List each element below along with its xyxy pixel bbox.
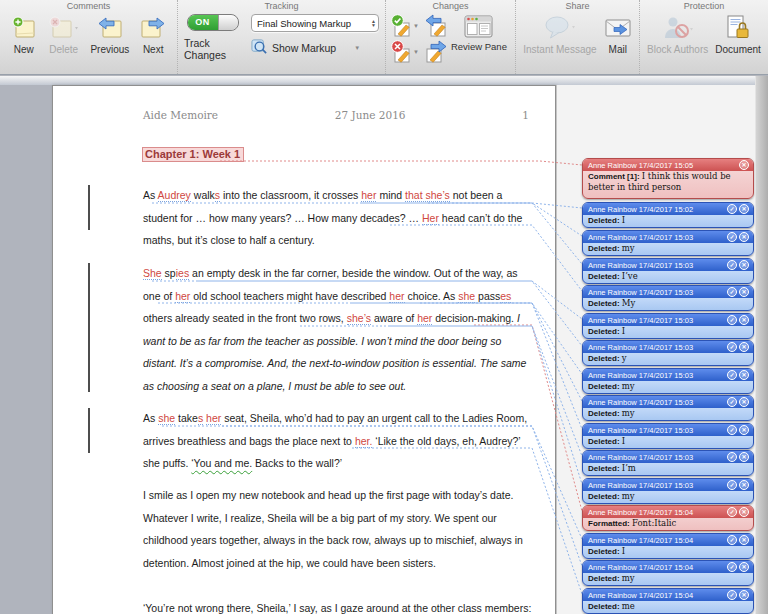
delete-comment-button[interactable]: Delete: [48, 14, 80, 55]
bubble-change-type: Deleted:: [588, 602, 622, 611]
paragraph[interactable]: As Audrey walks into the classroom, it c…: [143, 184, 535, 252]
change-bubble[interactable]: Anne Rainbow 17/4/2017 15:03✓✕Deleted: M…: [582, 285, 754, 311]
accept-icon[interactable]: ✓: [727, 397, 737, 407]
change-bubble[interactable]: Anne Rainbow 17/4/2017 15:02✓✕Deleted: I: [582, 202, 754, 228]
new-comment-label: New: [14, 44, 34, 55]
close-icon[interactable]: ✕: [739, 342, 749, 352]
accept-icon[interactable]: ✓: [727, 204, 737, 214]
bubble-change-type: Deleted:: [588, 354, 622, 363]
text-run: ‘You’re not wrong there, Sheila,’ I say,…: [143, 602, 531, 614]
reject-change-button[interactable]: ▼: [390, 40, 419, 64]
accept-icon[interactable]: ✓: [727, 260, 737, 270]
change-bubble[interactable]: Anne Rainbow 17/4/2017 15:04✓✕Deleted: m…: [582, 560, 754, 586]
ribbon-group-changes: Changes ▼ ▼ Review Pa: [386, 0, 516, 74]
next-comment-button[interactable]: Next: [140, 14, 166, 55]
text-run: sp: [162, 267, 176, 279]
accept-icon[interactable]: ✓: [727, 480, 737, 490]
previous-comment-button[interactable]: Previous: [90, 14, 129, 55]
accept-icon[interactable]: ✓: [727, 370, 737, 380]
accept-icon[interactable]: ✓: [727, 342, 737, 352]
accept-change-button[interactable]: ▼: [390, 14, 419, 38]
close-icon[interactable]: ✕: [739, 204, 749, 214]
new-comment-icon: [11, 14, 37, 42]
toggle-knob: [218, 15, 238, 30]
accept-icon[interactable]: ✓: [727, 315, 737, 325]
text-run: mind: [376, 189, 405, 201]
group-label-changes: Changes: [386, 1, 515, 11]
change-bubble[interactable]: Anne Rainbow 17/4/2017 15:03✓✕Deleted: m…: [582, 230, 754, 256]
change-bubble[interactable]: Anne Rainbow 17/4/2017 15:03✓✕Deleted: m…: [582, 368, 754, 394]
close-icon[interactable]: ✕: [739, 397, 749, 407]
close-icon[interactable]: ✕: [739, 232, 749, 242]
track-changes-toggle[interactable]: ON: [187, 14, 239, 31]
close-icon[interactable]: ✕: [739, 535, 749, 545]
comment-bubble[interactable]: Anne Rainbow 17/4/2017 15:05✕Comment [1]…: [582, 158, 754, 199]
change-bubble[interactable]: Anne Rainbow 17/4/2017 15:04✓✕Deleted: I: [582, 533, 754, 559]
tracked-insertion: her: [206, 412, 221, 425]
change-bubble[interactable]: Anne Rainbow 17/4/2017 15:03✓✕Deleted: y: [582, 340, 754, 366]
reject-caret-icon: ▼: [413, 49, 419, 55]
close-icon[interactable]: ✕: [739, 287, 749, 297]
mail-button[interactable]: Mail: [604, 14, 632, 55]
bubble-change-type: Deleted:: [588, 327, 622, 336]
accept-icon[interactable]: ✓: [727, 590, 737, 600]
bubble-author-timestamp: Anne Rainbow 17/4/2017 15:04: [588, 591, 693, 600]
close-icon[interactable]: ✕: [739, 480, 749, 490]
show-markup-button[interactable]: Show Markup ▼: [251, 38, 360, 57]
delete-comment-label: Delete: [49, 44, 78, 55]
stepper-icon: ▲▼: [371, 19, 376, 27]
bubble-author-timestamp: Anne Rainbow 17/4/2017 15:03: [588, 261, 693, 270]
accept-icon[interactable]: ✓: [727, 535, 737, 545]
group-label-comments: Comments: [0, 1, 177, 11]
paragraph[interactable]: She spies an empty desk in the far corne…: [143, 262, 535, 398]
block-authors-button[interactable]: Block Authors: [647, 14, 708, 55]
chapter-heading[interactable]: Chapter 1: Week 1: [142, 147, 244, 162]
bubble-change-type: Formatted:: [588, 519, 632, 528]
bubble-change-text: I’ve: [622, 271, 638, 281]
paragraph[interactable]: ‘You’re not wrong there, Sheila,’ I say,…: [143, 597, 535, 614]
bubble-change-text: my: [622, 381, 635, 391]
paragraph[interactable]: As she takes her seat, Sheila, who’d had…: [143, 407, 535, 475]
document-view: Aide Memoire 27 June 2016 1 Chapter 1: W…: [0, 85, 768, 614]
change-bubble[interactable]: Anne Rainbow 17/4/2017 15:03✓✕Deleted: m…: [582, 478, 754, 504]
change-bubble[interactable]: Anne Rainbow 17/4/2017 15:04✓✕Deleted: m…: [582, 588, 754, 614]
close-icon[interactable]: ✕: [739, 370, 749, 380]
close-icon[interactable]: ✕: [739, 590, 749, 600]
change-bubble[interactable]: Anne Rainbow 17/4/2017 15:03✓✕Deleted: I: [582, 423, 754, 449]
close-icon[interactable]: ✕: [739, 562, 749, 572]
vertical-scrollbar[interactable]: [755, 76, 768, 614]
bubble-change-type: Deleted:: [588, 574, 622, 583]
text-run: decision-making.: [432, 312, 517, 324]
close-icon[interactable]: ✕: [739, 507, 749, 517]
next-comment-icon: [140, 14, 166, 42]
accept-icon[interactable]: ✓: [727, 452, 737, 462]
accept-icon[interactable]: ✓: [727, 232, 737, 242]
instant-message-button[interactable]: Instant Message: [523, 14, 596, 55]
tracked-insertion: she: [158, 412, 175, 425]
change-bubble[interactable]: Anne Rainbow 17/4/2017 15:03✓✕Deleted: I…: [582, 258, 754, 284]
close-icon[interactable]: ✕: [739, 315, 749, 325]
protect-document-button[interactable]: Document: [715, 14, 761, 55]
change-bubble[interactable]: Anne Rainbow 17/4/2017 15:04✓✕Formatted:…: [582, 505, 754, 531]
change-bubble[interactable]: Anne Rainbow 17/4/2017 15:03✓✕Deleted: m…: [582, 395, 754, 421]
accept-icon[interactable]: ✓: [727, 287, 737, 297]
paragraph[interactable]: I smile as I open my new notebook and he…: [143, 484, 535, 574]
bubble-change-text: I’m: [622, 463, 636, 473]
close-icon[interactable]: ✕: [739, 452, 749, 462]
previous-change-button[interactable]: [425, 14, 447, 38]
close-icon[interactable]: ✕: [739, 160, 749, 170]
new-comment-button[interactable]: New: [11, 14, 37, 55]
change-bubble[interactable]: Anne Rainbow 17/4/2017 15:03✓✕Deleted: I: [582, 313, 754, 339]
instant-message-icon: [544, 14, 576, 42]
accept-icon[interactable]: ✓: [727, 562, 737, 572]
show-markup-label: Show Markup: [272, 42, 336, 54]
accept-icon[interactable]: ✓: [727, 507, 737, 517]
change-bubble[interactable]: Anne Rainbow 17/4/2017 15:03✓✕Deleted: I…: [582, 450, 754, 476]
next-change-button[interactable]: [425, 40, 447, 64]
toggle-on-label: ON: [188, 15, 218, 30]
markup-view-dropdown[interactable]: Final Showing Markup ▲▼: [251, 14, 379, 32]
close-icon[interactable]: ✕: [739, 260, 749, 270]
accept-icon[interactable]: ✓: [727, 425, 737, 435]
close-icon[interactable]: ✕: [739, 425, 749, 435]
review-pane-button[interactable]: Review Pane: [451, 14, 507, 52]
